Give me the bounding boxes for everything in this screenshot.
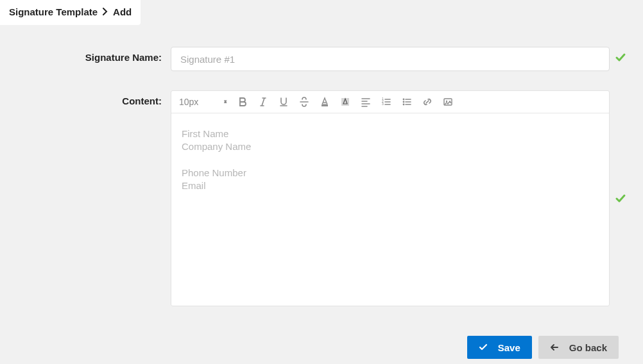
link-icon[interactable] xyxy=(422,96,433,108)
rich-text-editor: 10px ▲▼ xyxy=(171,90,610,306)
ordered-list-icon[interactable]: 123 xyxy=(381,96,392,108)
image-icon[interactable] xyxy=(442,96,454,108)
go-back-label: Go back xyxy=(569,342,607,353)
valid-check-icon xyxy=(610,47,631,63)
save-button[interactable]: Save xyxy=(467,336,532,359)
bold-icon[interactable] xyxy=(237,96,248,108)
label-content: Content: xyxy=(12,90,171,106)
strikethrough-icon[interactable] xyxy=(298,96,310,108)
breadcrumb: Signature Template Add xyxy=(0,0,141,25)
field-signature-name xyxy=(171,47,610,71)
go-back-button[interactable]: Go back xyxy=(538,336,619,359)
valid-check-icon xyxy=(610,193,631,204)
editor-toolbar: 10px ▲▼ xyxy=(171,91,609,113)
svg-point-7 xyxy=(403,104,405,106)
footer-actions: Save Go back xyxy=(0,332,643,364)
fontsize-value: 10px xyxy=(179,97,198,107)
form: Signature Name: Content: 10px ▲▼ xyxy=(0,25,643,332)
placeholder-first-name: First Name xyxy=(182,128,599,140)
row-content: Content: 10px ▲▼ xyxy=(12,90,631,306)
svg-rect-0 xyxy=(322,105,328,106)
underline-icon[interactable] xyxy=(278,96,289,108)
signature-name-input[interactable] xyxy=(171,47,610,71)
placeholder-company: Company Name xyxy=(182,140,599,153)
save-label: Save xyxy=(498,342,520,353)
align-icon[interactable] xyxy=(360,96,372,108)
chevron-right-icon xyxy=(103,6,108,17)
highlight-icon[interactable] xyxy=(339,96,351,108)
fontsize-select[interactable]: 10px ▲▼ xyxy=(179,97,228,107)
svg-point-6 xyxy=(403,101,405,103)
field-content: 10px ▲▼ xyxy=(171,90,610,306)
row-signature-name: Signature Name: xyxy=(12,47,631,71)
svg-point-9 xyxy=(446,101,447,102)
editor-content[interactable]: First Name Company Name Phone Number Ema… xyxy=(171,113,609,306)
breadcrumb-root[interactable]: Signature Template xyxy=(9,6,98,17)
italic-icon[interactable] xyxy=(257,96,269,108)
arrow-left-icon xyxy=(550,343,559,352)
font-color-icon[interactable] xyxy=(319,96,330,108)
svg-text:3: 3 xyxy=(382,102,384,106)
placeholder-email: Email xyxy=(182,179,599,192)
breadcrumb-current: Add xyxy=(113,6,132,17)
placeholder-phone: Phone Number xyxy=(182,167,599,179)
unordered-list-icon[interactable] xyxy=(401,96,413,108)
label-signature-name: Signature Name: xyxy=(12,47,171,63)
svg-point-5 xyxy=(403,99,405,101)
check-icon xyxy=(479,343,488,352)
